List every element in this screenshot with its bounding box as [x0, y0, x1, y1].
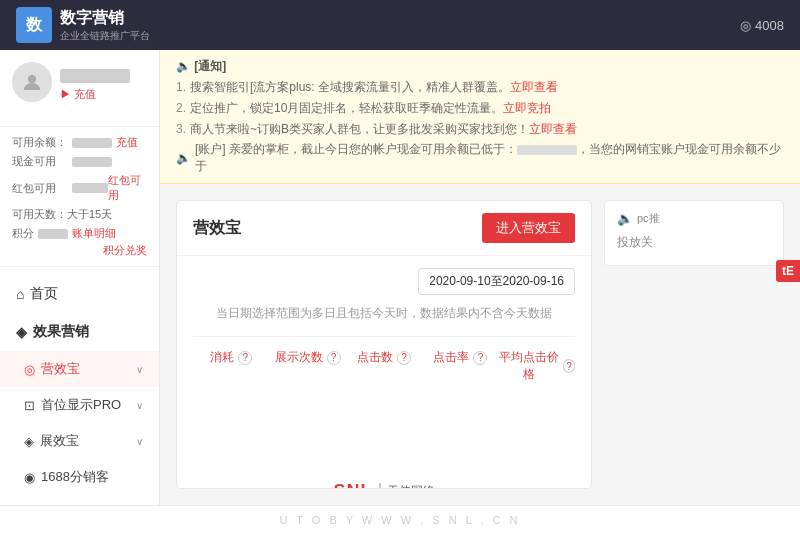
account-link[interactable]: 账单明细	[72, 226, 116, 241]
points-text: 积分	[12, 226, 34, 241]
home-icon: ⌂	[16, 286, 24, 302]
yingxiaobao-panel: 营效宝 进入营效宝 2020-09-10至2020-09-16 当日期选择范围为…	[176, 200, 592, 489]
detail-link[interactable]: 红包可用	[108, 173, 147, 203]
cost-label: 消耗	[210, 349, 234, 366]
date-range[interactable]: 2020-09-10至2020-09-16	[418, 268, 575, 295]
ctr-help[interactable]: ?	[473, 351, 487, 365]
right-card-header: 🔈 pc推	[617, 211, 771, 226]
user-name	[60, 69, 130, 83]
panel-header: 营效宝 进入营效宝	[177, 201, 591, 256]
avatar	[12, 62, 52, 102]
metrics-row: 消耗 ? 展示次数 ?	[193, 336, 575, 451]
speaker-icon-2: 🔈	[176, 151, 191, 165]
cash-value	[72, 157, 112, 167]
impressions-help[interactable]: ?	[327, 351, 341, 365]
effect-icon: ◈	[16, 324, 27, 340]
user-section: ▶ 充值	[0, 50, 159, 127]
app-subtitle: 企业全链路推广平台	[60, 29, 150, 43]
clicks-value	[346, 374, 422, 434]
logo-icon: 数	[16, 7, 52, 43]
notif-num-1: 1.	[176, 78, 186, 96]
snl-logo: SNL	[334, 481, 373, 489]
nav-effect-marketing[interactable]: ◈ 效果营销	[0, 313, 159, 351]
balance-link[interactable]: ▶ 充值	[60, 87, 130, 102]
sidebar-item-zhanbao[interactable]: ◈ 展效宝 ∨	[0, 423, 159, 459]
sidebar-item-showpro[interactable]: ⊡ 首位显示PRO ∨	[0, 387, 159, 423]
nav-section: ⌂ 首页 ◈ 效果营销 ◎ 营效宝 ∨ ⊡ 首位显示PRO ∨	[0, 267, 159, 503]
avg-cpc-label: 平均点击价格	[499, 349, 559, 383]
sidebar-item-yingxiaobao[interactable]: ◎ 营效宝 ∨	[0, 351, 159, 387]
home-label: 首页	[30, 285, 58, 303]
effect-label: 效果营销	[33, 323, 89, 341]
notif-link-2[interactable]: 立即竞拍	[503, 99, 551, 117]
enter-yxb-button[interactable]: 进入营效宝	[482, 213, 575, 243]
balance-label: 可用余额：	[12, 135, 72, 150]
yxb-icon: ◎	[24, 362, 35, 377]
notif-title: 🔈 [通知]	[176, 58, 784, 75]
notif-link-3[interactable]: 立即查看	[529, 120, 577, 138]
notif-link-1[interactable]: 立即查看	[510, 78, 558, 96]
recharge-link[interactable]: 充值	[116, 135, 138, 150]
metric-cost: 消耗 ?	[193, 349, 269, 451]
fxk-icon: ◉	[24, 470, 35, 485]
snl-subtitle: 天使网络	[379, 483, 435, 489]
wallet-value	[72, 183, 108, 193]
show-icon: ⊡	[24, 398, 35, 413]
notif-item-2: 2. 定位推广，锁定10月固定排名，轻松获取旺季确定性流量。 立即竞拍	[176, 99, 784, 117]
sidebar: ▶ 充值 可用余额： 充值 现金可用 红包可用 红包可用 可用天数：大于15天 …	[0, 50, 160, 505]
notif-item-1: 1. 搜索智能引[流方案plus: 全域搜索流量引入，精准人群覆盖。 立即查看	[176, 78, 784, 96]
yxb-label: 营效宝	[41, 360, 80, 378]
notification-bar: 🔈 [通知] 1. 搜索智能引[流方案plus: 全域搜索流量引入，精准人群覆盖…	[160, 50, 800, 184]
cost-help[interactable]: ?	[238, 351, 252, 365]
zb-icon: ◈	[24, 434, 34, 449]
show-chevron: ∨	[136, 400, 143, 411]
notif-num-2: 2.	[176, 99, 186, 117]
header: 数 数字营销 企业全链路推广平台 ◎ 4008	[0, 0, 800, 50]
speaker-icon: 🔈	[176, 59, 191, 73]
right-card-row: 投放关	[617, 234, 771, 251]
clicks-help[interactable]: ?	[397, 351, 411, 365]
svg-point-0	[28, 75, 36, 83]
points-value	[38, 229, 68, 239]
logo: 数 数字营销 企业全链路推广平台	[16, 7, 150, 43]
zb-label: 展效宝	[40, 432, 79, 450]
bottom-watermark: U T O B Y W W W . S N L . C N	[0, 505, 800, 533]
show-label: 首位显示PRO	[41, 396, 121, 414]
pc-label: pc推	[637, 211, 660, 226]
snl-area: SNL 天使网络	[193, 481, 575, 489]
main-content: 营效宝 进入营效宝 2020-09-10至2020-09-16 当日期选择范围为…	[160, 184, 800, 505]
metric-avg-cpc: 平均点击价格 ?	[499, 349, 575, 451]
speaker-icon-3: 🔈	[617, 211, 633, 226]
points-exchange-link[interactable]: 积分兑奖	[103, 244, 147, 256]
ctr-label: 点击率	[433, 349, 469, 366]
right-panel: 🔈 pc推 投放关	[604, 200, 784, 489]
metric-ctr: 点击率 ?	[422, 349, 498, 451]
impressions-label: 展示次数	[275, 349, 323, 366]
te-badge[interactable]: tE	[776, 260, 800, 282]
metric-impressions: 展示次数 ?	[269, 349, 345, 451]
balance-section: 可用余额： 充值 现金可用 红包可用 红包可用 可用天数：大于15天 积分 账单…	[0, 127, 159, 267]
date-notice: 当日期选择范围为多日且包括今天时，数据结果内不含今天数据	[193, 305, 575, 322]
sidebar-item-fxk[interactable]: ◉ 1688分销客	[0, 459, 159, 495]
panel-body: 2020-09-10至2020-09-16 当日期选择范围为多日且包括今天时，数…	[177, 256, 591, 489]
header-phone: ◎ 4008	[740, 18, 784, 33]
logo-text: 数字营销 企业全链路推广平台	[60, 8, 150, 43]
panel-title: 营效宝	[193, 218, 241, 239]
fxk-label: 1688分销客	[41, 468, 109, 486]
app-title: 数字营销	[60, 8, 150, 29]
notif-item-3: 3. 商人节来啦~订购B类买家人群包，让更多批发采购买家找到您！ 立即查看	[176, 120, 784, 138]
cash-label: 现金可用	[12, 154, 72, 169]
date-selector: 2020-09-10至2020-09-16	[193, 268, 575, 295]
main-layout: ▶ 充值 可用余额： 充值 现金可用 红包可用 红包可用 可用天数：大于15天 …	[0, 50, 800, 505]
ctr-value	[422, 374, 498, 434]
zb-chevron: ∨	[136, 436, 143, 447]
nav-home[interactable]: ⌂ 首页	[0, 275, 159, 313]
right-card-pc: 🔈 pc推 投放关	[604, 200, 784, 266]
content-area: 🔈 [通知] 1. 搜索智能引[流方案plus: 全域搜索流量引入，精准人群覆盖…	[160, 50, 800, 505]
days-label: 可用天数：大于15天	[12, 207, 147, 222]
account-notice: 🔈 [账户] 亲爱的掌柜，截止今日您的帐户现金可用余额已低于：，当您的网销宝账户…	[176, 141, 784, 175]
notif-num-3: 3.	[176, 120, 186, 138]
avg-cpc-help[interactable]: ?	[563, 359, 575, 373]
balance-value	[72, 138, 112, 148]
yxb-chevron: ∨	[136, 364, 143, 375]
